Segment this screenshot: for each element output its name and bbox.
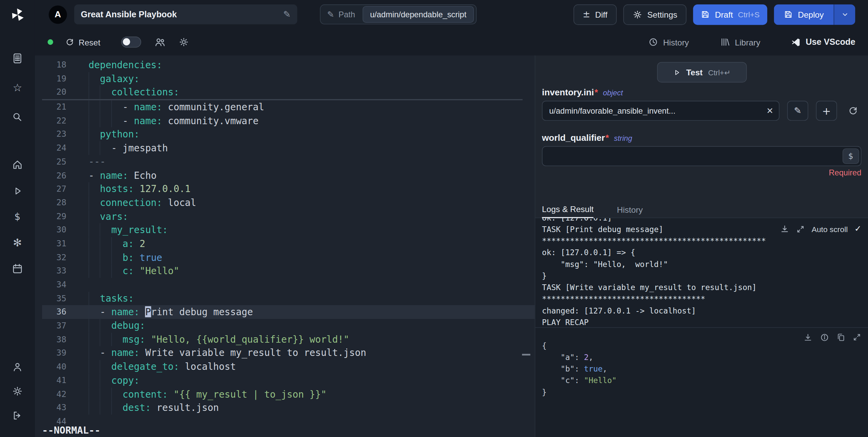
log-line: changed: [127.0.0.1 -> localhost] [535, 305, 868, 317]
code-text: my_result: [89, 223, 168, 237]
sidebar-item-calculator[interactable] [0, 44, 35, 73]
expand-result-button[interactable] [852, 333, 861, 342]
refresh-resource-button[interactable] [845, 106, 861, 116]
code-line-44[interactable]: 44 [42, 415, 535, 428]
tab-history[interactable]: History [617, 205, 643, 218]
code-line-33[interactable]: 33 c: "Hello" [42, 264, 535, 278]
sidebar-item-logout[interactable] [0, 403, 35, 428]
code-line-28[interactable]: 28 connection: local [42, 196, 535, 210]
line-number: 21 [42, 100, 66, 114]
code-line-34[interactable]: 34 [42, 278, 535, 291]
code-line-42[interactable]: 42 content: "{{ my_result | to_json }}" [42, 387, 535, 401]
clear-icon[interactable]: ✕ [766, 107, 773, 115]
code-line-36[interactable]: 36 - name: Print debug message [42, 305, 535, 319]
code-text: debug: [89, 319, 145, 332]
history-button[interactable]: History [648, 37, 689, 47]
test-button[interactable]: Test Ctrl+↵ [657, 62, 746, 82]
expand-icon [852, 333, 861, 342]
diff-label: Diff [595, 10, 607, 19]
diff-button[interactable]: ± Diff [573, 4, 617, 24]
code-line-21[interactable]: 21 - name: community.general [42, 100, 535, 114]
sidebar-item-variables[interactable]: $ [0, 204, 35, 230]
deploy-button[interactable]: Deploy [774, 4, 834, 24]
add-resource-button[interactable]: + [816, 101, 837, 121]
line-number: 36 [42, 305, 66, 319]
gear-icon [633, 10, 642, 19]
library-button[interactable]: Library [720, 37, 760, 47]
code-line-38[interactable]: 38 msg: "Hello, {{world_qualifier}} worl… [42, 332, 535, 346]
result-info-button[interactable] [820, 333, 829, 342]
copy-result-button[interactable] [836, 333, 845, 342]
line-number: 42 [42, 387, 66, 401]
editor-settings-button[interactable] [179, 37, 189, 47]
windmill-logo-icon[interactable] [10, 7, 25, 23]
path-value[interactable]: u/admin/dependable_script [363, 6, 474, 23]
code-line-32[interactable]: 32 b: true [42, 251, 535, 264]
download-logs-button[interactable] [780, 224, 790, 234]
reset-button[interactable]: Reset [65, 37, 100, 47]
editor-toggle[interactable] [121, 37, 141, 48]
edit-resource-button[interactable]: ✎ [787, 101, 808, 121]
code-text: python: [89, 128, 139, 141]
tab-logs-result[interactable]: Logs & Result [542, 204, 594, 218]
code-line-30[interactable]: 30 my_result: [42, 223, 535, 237]
sidebar-item-settings[interactable] [0, 379, 35, 403]
code-line-37[interactable]: 37 debug: [42, 319, 535, 332]
code-line-22[interactable]: 22 - name: community.vmware [42, 114, 535, 128]
inventory-resource-input[interactable]: u/admin/favorable_ansible_invent... ✕ [542, 101, 779, 121]
download-result-button[interactable] [803, 333, 813, 342]
code-line-40[interactable]: 40 delegate_to: localhost [42, 360, 535, 374]
code-line-18[interactable]: 18dependencies: [42, 58, 535, 72]
use-vscode-button[interactable]: Use VScode [791, 37, 855, 47]
sidebar-group-bottom [0, 355, 35, 428]
draft-button[interactable]: Draft Ctrl+S [693, 4, 767, 24]
scrollbar-marker[interactable] [522, 354, 530, 356]
sidebar-item-schedules[interactable] [0, 256, 35, 282]
topbar-row-secondary: Reset History [35, 29, 868, 55]
variable-picker-button[interactable]: $ [843, 148, 859, 164]
world-qualifier-input[interactable]: $ [542, 146, 862, 166]
code-line-26[interactable]: 26- name: Echo [42, 169, 535, 182]
code-line-29[interactable]: 29 vars: [42, 210, 535, 223]
autoscroll-checkbox[interactable]: ✓ [854, 225, 862, 233]
code-line-43[interactable]: 43 dest: result.json [42, 401, 535, 415]
code-line-41[interactable]: 41 copy: [42, 374, 535, 387]
sidebar-item-resources[interactable]: ✻ [0, 230, 35, 256]
code-line-19[interactable]: 19 galaxy: [42, 72, 535, 86]
line-number: 37 [42, 319, 66, 332]
collaborators-button[interactable] [155, 37, 166, 48]
code-line-35[interactable]: 35 tasks: [42, 292, 535, 305]
script-title-field[interactable]: Great Ansible Playbook ✎ [74, 4, 297, 24]
app-window: ☆ $ ✻ [0, 0, 868, 437]
edit-title-pencil-icon[interactable]: ✎ [283, 10, 291, 19]
code-line-23[interactable]: 23 python: [42, 128, 535, 141]
line-number: 40 [42, 360, 66, 374]
result-pane[interactable]: { "a": 2, "b": true, "c": "Hello"} [535, 327, 868, 437]
test-label: Test [686, 68, 703, 77]
expand-icon [796, 225, 805, 233]
code-line-27[interactable]: 27 hosts: 127.0.0.1 [42, 182, 535, 196]
sidebar-item-home[interactable] [0, 152, 35, 178]
sidebar-item-search[interactable] [0, 102, 35, 132]
sidebar-item-favorites[interactable]: ☆ [0, 73, 35, 102]
code-line-24[interactable]: 24 - jmespath [42, 141, 535, 155]
code-line-31[interactable]: 31 a: 2 [42, 237, 535, 250]
line-number: 28 [42, 196, 66, 210]
refresh-icon [65, 38, 74, 46]
logs-pane[interactable]: ok: [127.0.0.1]TASK [Print debug message… [535, 218, 868, 327]
path-control[interactable]: ✎ Path u/admin/dependable_script [320, 4, 476, 24]
code-editor[interactable]: 18dependencies:19 galaxy:20 collections:… [35, 55, 535, 437]
deploy-options-button[interactable] [834, 4, 855, 24]
script-language-avatar[interactable]: A [49, 5, 67, 24]
line-number: 34 [42, 278, 66, 291]
code-line-20[interactable]: 20 collections: [42, 86, 535, 99]
user-icon [12, 362, 23, 372]
expand-logs-button[interactable] [796, 225, 805, 233]
settings-button[interactable]: Settings [623, 4, 687, 24]
required-asterisk: * [605, 133, 609, 143]
sidebar-item-account[interactable] [0, 355, 35, 379]
code-line-39[interactable]: 39 - name: Write variable my_result to r… [42, 346, 535, 360]
home-icon [12, 159, 23, 170]
sidebar-item-runs[interactable] [0, 178, 35, 204]
code-line-25[interactable]: 25--- [42, 155, 535, 169]
